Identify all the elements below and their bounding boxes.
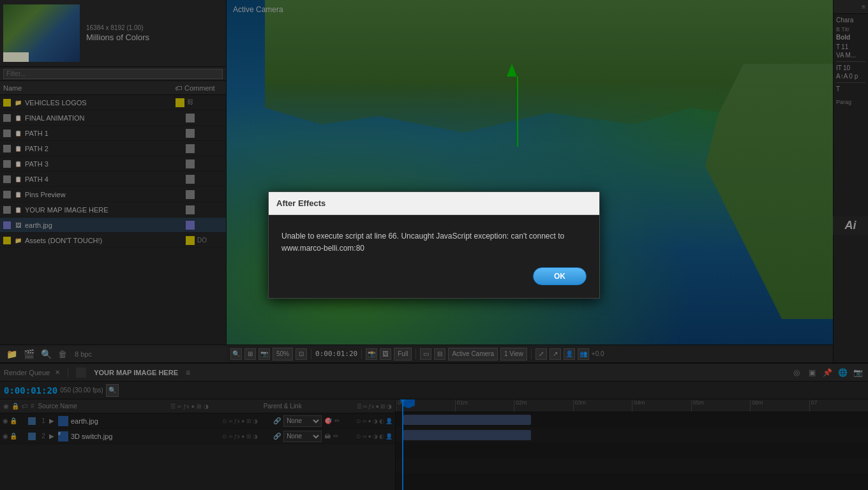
dialog-overlay: After Effects Unable to execute script a… xyxy=(0,0,868,490)
dialog-title: After Effects xyxy=(276,198,326,208)
dialog-body: Unable to execute script at line 66. Unc… xyxy=(269,215,599,298)
dialog-titlebar: After Effects xyxy=(269,192,599,215)
dialog-message: Unable to execute script at line 66. Unc… xyxy=(281,230,587,255)
after-effects-dialog: After Effects Unable to execute script a… xyxy=(268,191,600,299)
ok-button[interactable]: OK xyxy=(533,267,587,285)
dialog-buttons: OK xyxy=(281,267,587,285)
